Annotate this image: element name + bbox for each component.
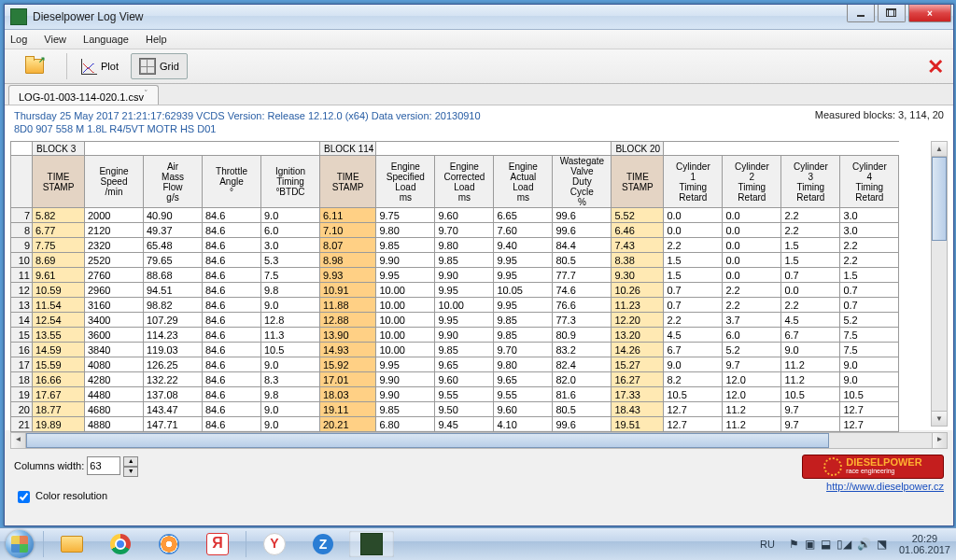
zona-icon: Z: [313, 534, 333, 554]
dieselpower-logo: DIESELPOWERrace engineering: [802, 455, 944, 479]
restore-button[interactable]: [878, 5, 906, 22]
menu-help[interactable]: Help: [146, 34, 167, 45]
grid-button[interactable]: Grid: [131, 53, 188, 79]
website-link[interactable]: http://www.dieselpower.cz: [826, 481, 944, 492]
menu-view[interactable]: View: [44, 34, 66, 45]
columns-width-label: Columns width:: [14, 460, 84, 471]
gear-icon: [823, 457, 842, 476]
open-button[interactable]: [12, 53, 57, 79]
table-row[interactable]: 1513.553600114.2384.611.313.9010.009.909…: [11, 328, 899, 343]
vertical-scroll-thumb[interactable]: [932, 157, 947, 241]
table-row[interactable]: 1917.674480137.0884.69.818.039.909.559.5…: [11, 387, 899, 402]
table-row[interactable]: 1816.664280132.2284.68.317.019.909.609.6…: [11, 372, 899, 387]
titlebar[interactable]: Dieselpower Log View ×: [5, 5, 953, 30]
table-row[interactable]: 1412.543400107.2984.612.812.8810.009.959…: [11, 313, 899, 328]
minimize-button[interactable]: [847, 5, 875, 22]
menu-language[interactable]: Language: [83, 34, 129, 45]
windows-orb-icon: [6, 530, 34, 558]
flag-icon: ⚑: [789, 538, 799, 551]
table-row[interactable]: 97.75232065.4884.63.08.079.859.809.4084.…: [11, 238, 899, 253]
spin-down-button[interactable]: ▼: [123, 467, 138, 477]
system-tray[interactable]: RU ⚑▣⬓▯◢🔊⬔ 20:2901.06.2017: [760, 533, 956, 555]
scroll-down-button[interactable]: ▼: [932, 411, 947, 426]
mediaplayer-icon: [159, 534, 179, 554]
table-row[interactable]: 1715.594080126.2584.69.015.929.959.659.8…: [11, 357, 899, 372]
measured-blocks-label: Measured blocks: 3, 114, 20: [815, 109, 944, 120]
data-grid-container: BLOCK 3BLOCK 114BLOCK 20TIMESTAMPEngineS…: [5, 141, 953, 430]
menubar: Log View Language Help: [5, 30, 953, 49]
language-indicator[interactable]: RU: [760, 539, 775, 550]
table-row[interactable]: 2119.894880147.7184.69.020.216.809.454.1…: [11, 417, 899, 432]
columns-width-input[interactable]: [87, 456, 120, 475]
scroll-left-button[interactable]: ◄: [11, 433, 26, 448]
taskbar[interactable]: Я Y Z RU ⚑▣⬓▯◢🔊⬔ 20:2901.06.2017: [0, 527, 956, 560]
toolbar-divider: [66, 53, 67, 79]
table-row[interactable]: 1210.59296094.5184.69.810.9110.009.9510.…: [11, 283, 899, 298]
spin-up-button[interactable]: ▲: [123, 456, 138, 467]
horizontal-scrollbar[interactable]: ◄ ►: [10, 432, 948, 449]
yandex-browser-icon: Y: [263, 533, 286, 555]
menu-log[interactable]: Log: [10, 34, 27, 45]
window-title: Dieselpower Log View: [33, 10, 144, 23]
app-icon: [10, 8, 27, 25]
clock[interactable]: 20:2901.06.2017: [899, 533, 950, 555]
explorer-icon: [61, 536, 83, 553]
color-resolution-checkbox[interactable]: [18, 491, 30, 503]
scroll-right-button[interactable]: ►: [932, 433, 947, 448]
chrome-icon: [110, 534, 131, 554]
bottom-bar: Columns width: ▲▼ Color resolution DIESE…: [5, 449, 953, 511]
taskbar-explorer[interactable]: [49, 531, 94, 557]
taskbar-mediaplayer[interactable]: [147, 531, 191, 557]
tray-icons[interactable]: ⚑▣⬓▯◢🔊⬔: [786, 538, 890, 551]
tray-icon-1: ▣: [805, 538, 815, 551]
action-center-icon: ⬔: [877, 538, 887, 551]
start-button[interactable]: [0, 528, 39, 560]
close-button[interactable]: ×: [908, 5, 951, 22]
taskbar-zona[interactable]: Z: [301, 531, 345, 557]
taskbar-dieselpower[interactable]: [349, 531, 394, 557]
plot-icon: [81, 59, 97, 75]
info-bar: Thursday 25 May 2017 21:21:17:62939 VCDS…: [5, 105, 953, 141]
close-file-button[interactable]: ✕: [927, 55, 944, 79]
taskbar-chrome[interactable]: [98, 531, 143, 557]
horizontal-scroll-thumb[interactable]: [26, 433, 829, 448]
table-row[interactable]: 108.69252079.6584.65.38.989.909.859.9580…: [11, 253, 899, 268]
scroll-up-button[interactable]: ▲: [932, 142, 947, 157]
folder-open-icon: [25, 59, 44, 74]
app-window: Dieselpower Log View × Log View Language…: [4, 4, 954, 526]
vertical-scrollbar[interactable]: ▲ ▼: [931, 141, 948, 427]
volume-icon: 🔊: [857, 538, 871, 551]
grid-icon: [139, 58, 156, 75]
info-line-2: 8D0 907 558 M 1.8L R4/5VT MOTR HS D01: [14, 122, 944, 135]
table-row[interactable]: 86.77212049.3784.66.07.109.809.707.6099.…: [11, 223, 899, 238]
data-grid[interactable]: BLOCK 3BLOCK 114BLOCK 20TIMESTAMPEngineS…: [10, 141, 899, 432]
info-line-1: Thursday 25 May 2017 21:21:17:62939 VCDS…: [14, 109, 944, 122]
tray-icon-2: ⬓: [821, 538, 831, 551]
file-tab-row: LOG-01-003-114-020.1.csv˅: [5, 84, 953, 105]
taskbar-yandex-red[interactable]: Я: [195, 531, 240, 557]
color-resolution-label: Color resolution: [35, 490, 107, 501]
table-row[interactable]: 119.61276088.6884.67.59.939.959.909.9577…: [11, 268, 899, 283]
yandex-red-icon: Я: [206, 533, 229, 555]
table-row[interactable]: 1311.54316098.8284.69.011.8810.0010.009.…: [11, 298, 899, 313]
taskbar-yandex-browser[interactable]: Y: [252, 531, 297, 557]
table-row[interactable]: 75.82200040.9084.69.06.119.759.606.6599.…: [11, 208, 899, 223]
network-icon: ▯◢: [836, 538, 851, 551]
dieselpower-taskbar-icon: [360, 533, 383, 555]
plot-button[interactable]: Plot: [73, 53, 127, 79]
file-tab[interactable]: LOG-01-003-114-020.1.csv˅: [8, 85, 159, 105]
toolbar: Plot Grid ✕: [5, 49, 953, 84]
table-row[interactable]: 2018.774680143.4784.69.019.119.859.509.6…: [11, 402, 899, 417]
table-row[interactable]: 1614.593840119.0384.610.514.9310.009.859…: [11, 343, 899, 357]
